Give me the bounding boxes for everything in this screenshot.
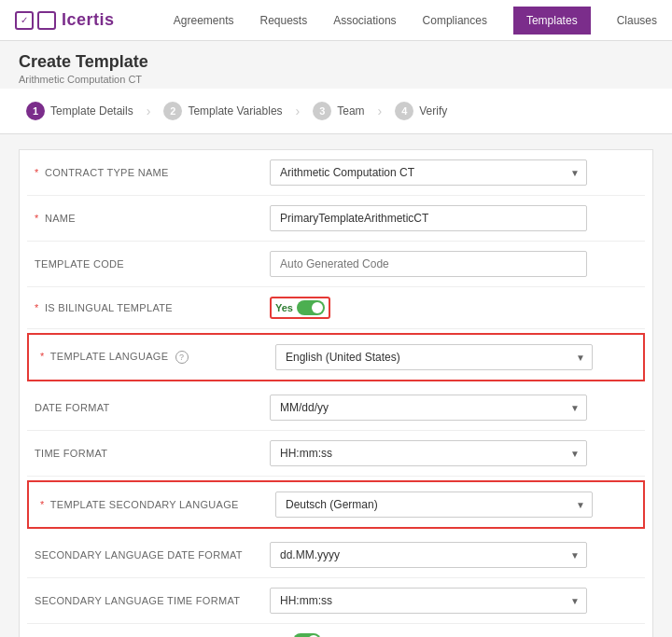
logo-square: [37, 11, 56, 30]
template-code-label: TEMPLATE CODE: [27, 258, 270, 270]
primary-template-control: Yes: [270, 633, 645, 637]
page-header: Create Template Arithmetic Computation C…: [0, 41, 672, 89]
template-language-row: * TEMPLATE LANGUAGE ? English (United St…: [33, 335, 639, 380]
contract-type-label: * CONTRACT TYPE NAME: [27, 167, 270, 178]
step-1-num: 1: [26, 102, 45, 120]
bilingual-toggle-label: Yes: [275, 302, 293, 313]
bilingual-control: Yes: [270, 297, 645, 319]
template-code-input[interactable]: [270, 251, 587, 277]
template-code-control: [270, 251, 645, 277]
secondary-date-format-select[interactable]: dd.MM.yyyy: [270, 542, 587, 568]
bilingual-label: * IS BILINGUAL TEMPLATE: [27, 302, 270, 313]
nav-links: Agreements Requests Associations Complia…: [174, 7, 657, 35]
primary-template-toggle[interactable]: [293, 633, 321, 637]
date-format-select[interactable]: MM/dd/yy: [270, 395, 587, 421]
nav-templates[interactable]: Templates: [513, 7, 591, 35]
nav-compliances[interactable]: Compliances: [423, 10, 487, 31]
required-star-4: *: [40, 351, 45, 362]
secondary-language-section: * TEMPLATE SECONDARY LANGUAGE Deutsch (G…: [27, 480, 645, 529]
step-2-num: 2: [163, 102, 182, 120]
step-4-num: 4: [395, 102, 413, 120]
contract-type-row: * CONTRACT TYPE NAME Arithmetic Computat…: [27, 150, 645, 196]
time-format-label: TIME FORMAT: [27, 448, 270, 459]
time-format-control: HH:mm:ss ▼: [270, 440, 645, 466]
name-row: * NAME: [27, 196, 645, 242]
page-title: Create Template: [19, 52, 653, 72]
required-star-3: *: [35, 302, 39, 313]
step-4[interactable]: 4 Verify: [387, 98, 455, 124]
bilingual-toggle[interactable]: [297, 300, 325, 315]
top-navigation: ✓ Icertis Agreements Requests Associatio…: [0, 0, 672, 41]
primary-template-row: * PRIMARY TEMPLATE Yes: [27, 624, 645, 637]
secondary-language-row: * TEMPLATE SECONDARY LANGUAGE Deutsch (G…: [33, 482, 639, 527]
primary-template-toggle-wrap: Yes: [270, 633, 645, 637]
secondary-time-format-control: HH:mm:ss ▼: [270, 588, 645, 614]
contract-type-control: Arithmetic Computation CT ▼: [270, 159, 645, 186]
nav-agreements[interactable]: Agreements: [174, 10, 234, 31]
step-4-label: Verify: [419, 104, 447, 118]
step-2-label: Template Variables: [188, 104, 282, 118]
template-code-row: TEMPLATE CODE: [27, 242, 645, 287]
template-language-select-wrap: English (United States) ▼: [275, 344, 593, 370]
name-label: * NAME: [27, 213, 270, 224]
step-2[interactable]: 2 Template Variables: [156, 98, 289, 124]
secondary-date-format-label: SECONDARY LANGUAGE DATE FORMAT: [27, 549, 270, 561]
required-star-2: *: [35, 213, 39, 224]
secondary-time-format-select-wrap: HH:mm:ss ▼: [270, 588, 587, 614]
time-format-row: TIME FORMAT HH:mm:ss ▼: [27, 431, 645, 477]
name-input[interactable]: [270, 205, 587, 231]
required-star: *: [35, 167, 39, 178]
step-divider-2: ›: [296, 104, 301, 118]
step-divider-1: ›: [147, 104, 151, 118]
step-divider-3: ›: [378, 104, 383, 118]
step-1[interactable]: 1 Template Details: [19, 98, 141, 124]
secondary-time-format-label: SECONDARY LANGUAGE TIME FORMAT: [27, 595, 270, 606]
secondary-language-control: Deutsch (German) ▼: [275, 492, 639, 518]
time-format-select[interactable]: HH:mm:ss: [270, 440, 587, 466]
name-control: [270, 205, 645, 231]
step-3[interactable]: 3 Team: [305, 98, 371, 124]
step-3-num: 3: [313, 102, 331, 120]
template-language-control: English (United States) ▼: [275, 344, 639, 370]
nav-requests[interactable]: Requests: [259, 10, 307, 31]
bilingual-toggle-knob: [312, 302, 323, 313]
template-language-info-icon[interactable]: ?: [175, 351, 189, 364]
required-star-5: *: [40, 499, 45, 510]
secondary-date-format-control: dd.MM.yyyy ▼: [270, 542, 645, 568]
bilingual-toggle-box: Yes: [270, 297, 330, 319]
form-content: * CONTRACT TYPE NAME Arithmetic Computat…: [0, 134, 672, 637]
secondary-language-select-wrap: Deutsch (German) ▼: [275, 492, 593, 518]
template-language-select[interactable]: English (United States): [275, 344, 593, 370]
time-format-select-wrap: HH:mm:ss ▼: [270, 440, 587, 466]
contract-type-select[interactable]: Arithmetic Computation CT: [270, 159, 587, 186]
secondary-date-format-select-wrap: dd.MM.yyyy ▼: [270, 542, 587, 568]
logo-checkbox[interactable]: ✓: [15, 11, 34, 30]
page-subtitle: Arithmetic Computation CT: [19, 74, 653, 85]
secondary-language-label: * TEMPLATE SECONDARY LANGUAGE: [33, 499, 275, 510]
secondary-date-format-row: SECONDARY LANGUAGE DATE FORMAT dd.MM.yyy…: [27, 533, 645, 578]
secondary-time-format-select[interactable]: HH:mm:ss: [270, 588, 587, 614]
secondary-language-select[interactable]: Deutsch (German): [275, 492, 593, 518]
date-format-select-wrap: MM/dd/yy ▼: [270, 395, 587, 421]
bilingual-row: * IS BILINGUAL TEMPLATE Yes: [27, 287, 645, 329]
logo-text: Icertis: [62, 10, 115, 30]
logo: ✓ Icertis: [15, 10, 115, 30]
nav-clauses[interactable]: Clauses: [617, 10, 657, 31]
secondary-time-format-row: SECONDARY LANGUAGE TIME FORMAT HH:mm:ss …: [27, 578, 645, 624]
template-language-section: * TEMPLATE LANGUAGE ? English (United St…: [27, 333, 645, 381]
template-language-label: * TEMPLATE LANGUAGE ?: [33, 351, 275, 364]
step-bar: 1 Template Details › 2 Template Variable…: [0, 89, 672, 134]
date-format-row: DATE FORMAT MM/dd/yy ▼: [27, 385, 645, 431]
contract-type-select-wrap: Arithmetic Computation CT ▼: [270, 159, 587, 186]
date-format-control: MM/dd/yy ▼: [270, 395, 645, 421]
date-format-label: DATE FORMAT: [27, 402, 270, 413]
step-3-label: Team: [337, 104, 364, 118]
nav-associations[interactable]: Associations: [333, 10, 396, 31]
step-1-label: Template Details: [50, 104, 133, 118]
